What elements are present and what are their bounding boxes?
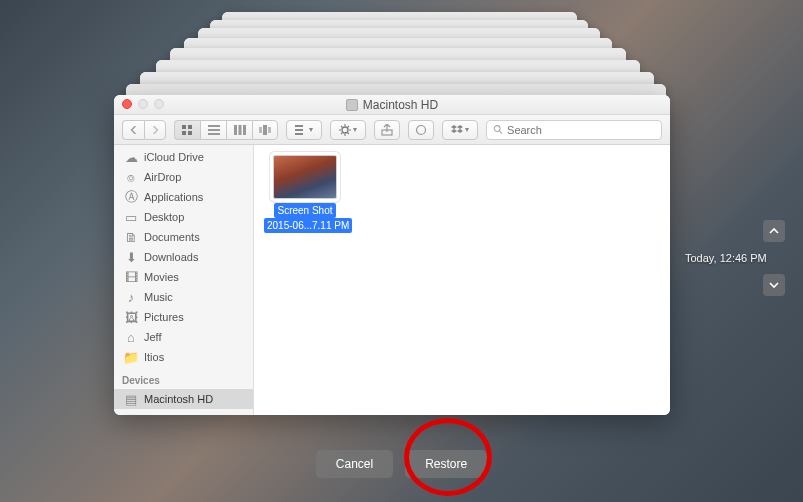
- desktop-icon: ▭: [124, 210, 138, 224]
- sidebar-item-airdrop[interactable]: ⌾AirDrop: [114, 167, 253, 187]
- chevron-down-icon: [769, 280, 779, 290]
- svg-point-18: [417, 125, 426, 134]
- tag-icon: [415, 124, 427, 136]
- toolbar: ▾ ▾ ▾: [114, 115, 670, 145]
- coverflow-view-button[interactable]: [252, 120, 278, 140]
- arrange-button[interactable]: ▾: [286, 120, 322, 140]
- sidebar-devices-header: Devices: [114, 371, 253, 389]
- grid-icon: [182, 125, 194, 135]
- cancel-button[interactable]: Cancel: [316, 450, 393, 478]
- sidebar-item-label: Applications: [144, 191, 203, 203]
- file-name-line2: 2015-06...7.11 PM: [264, 218, 352, 233]
- svg-rect-6: [208, 133, 220, 135]
- sidebar-item-itios[interactable]: 📁Itios: [114, 347, 253, 367]
- sidebar-item-music[interactable]: ♪Music: [114, 287, 253, 307]
- sidebar-item-icloud[interactable]: ☁iCloud Drive: [114, 147, 253, 167]
- download-icon: ⬇: [124, 250, 138, 264]
- sidebar-item-label: Pictures: [144, 311, 184, 323]
- sidebar-item-macintosh-hd[interactable]: ▤Macintosh HD: [114, 389, 253, 409]
- titlebar[interactable]: Macintosh HD: [114, 95, 670, 115]
- action-button[interactable]: ▾: [330, 120, 366, 140]
- svg-rect-15: [295, 133, 303, 135]
- home-icon: ⌂: [124, 330, 138, 344]
- column-view-button[interactable]: [226, 120, 252, 140]
- sidebar-item-label: iCloud Drive: [144, 151, 204, 163]
- sidebar-item-label: Jeff's MacBook Pr...: [144, 413, 241, 415]
- file-thumbnail: [273, 155, 337, 199]
- button-bar: Cancel Restore: [0, 450, 803, 478]
- finder-window: Macintosh HD: [114, 95, 670, 415]
- airdrop-icon: ⌾: [124, 170, 138, 184]
- svg-rect-2: [182, 131, 186, 135]
- tags-button[interactable]: [408, 120, 434, 140]
- disk-icon: [346, 99, 358, 111]
- restore-button[interactable]: Restore: [405, 450, 487, 478]
- timeline-next-button[interactable]: [763, 274, 785, 296]
- close-icon[interactable]: [122, 99, 132, 109]
- svg-line-20: [499, 131, 502, 134]
- timeline: Today, 12:46 PM: [685, 220, 785, 296]
- back-button[interactable]: [122, 120, 144, 140]
- sidebar-item-label: Documents: [144, 231, 200, 243]
- chevron-down-icon: ▾: [465, 125, 469, 134]
- search-icon: [493, 124, 503, 135]
- gear-icon: [339, 124, 351, 136]
- window-title: Macintosh HD: [346, 98, 438, 112]
- sidebar: ☁iCloud Drive ⌾AirDrop ⒶApplications ▭De…: [114, 145, 254, 415]
- dropbox-button[interactable]: ▾: [442, 120, 478, 140]
- svg-rect-0: [182, 125, 186, 129]
- svg-rect-11: [263, 125, 267, 135]
- svg-rect-1: [188, 125, 192, 129]
- file-name-line1: Screen Shot: [274, 203, 335, 218]
- list-view-button[interactable]: [200, 120, 226, 140]
- sidebar-item-label: Music: [144, 291, 173, 303]
- sidebar-item-jeff[interactable]: ⌂Jeff: [114, 327, 253, 347]
- movie-icon: 🎞: [124, 270, 138, 284]
- sidebar-item-label: Downloads: [144, 251, 198, 263]
- chevron-down-icon: ▾: [353, 125, 357, 134]
- search-field[interactable]: [486, 120, 662, 140]
- svg-point-19: [494, 126, 500, 132]
- coverflow-icon: [259, 125, 271, 135]
- file-grid[interactable]: Screen Shot 2015-06...7.11 PM: [254, 145, 670, 415]
- music-icon: ♪: [124, 290, 138, 304]
- cloud-icon: ☁: [124, 150, 138, 164]
- icon-view-button[interactable]: [174, 120, 200, 140]
- sidebar-item-pictures[interactable]: 🖼Pictures: [114, 307, 253, 327]
- sidebar-item-label: Desktop: [144, 211, 184, 223]
- share-icon: [381, 124, 393, 136]
- apps-icon: Ⓐ: [124, 190, 138, 204]
- search-input[interactable]: [507, 124, 655, 136]
- svg-rect-4: [208, 125, 220, 127]
- svg-rect-13: [295, 125, 303, 127]
- sidebar-item-applications[interactable]: ⒶApplications: [114, 187, 253, 207]
- svg-rect-12: [268, 127, 271, 133]
- sidebar-item-movies[interactable]: 🎞Movies: [114, 267, 253, 287]
- arrange-icon: [295, 125, 307, 135]
- sidebar-item-label: AirDrop: [144, 171, 181, 183]
- svg-rect-9: [243, 125, 246, 135]
- sidebar-item-label: Jeff: [144, 331, 162, 343]
- timeline-prev-button[interactable]: [763, 220, 785, 242]
- folder-icon: 📁: [124, 350, 138, 364]
- minimize-icon[interactable]: [138, 99, 148, 109]
- svg-point-16: [342, 127, 348, 133]
- sidebar-item-downloads[interactable]: ⬇Downloads: [114, 247, 253, 267]
- file-item[interactable]: Screen Shot 2015-06...7.11 PM: [264, 155, 346, 233]
- svg-rect-14: [295, 129, 303, 131]
- chevron-up-icon: [769, 226, 779, 236]
- forward-button[interactable]: [144, 120, 166, 140]
- svg-rect-8: [238, 125, 241, 135]
- sidebar-item-macbook[interactable]: 💻Jeff's MacBook Pr...: [114, 409, 253, 415]
- laptop-icon: 💻: [124, 412, 138, 415]
- share-button[interactable]: [374, 120, 400, 140]
- maximize-icon[interactable]: [154, 99, 164, 109]
- sidebar-item-documents[interactable]: 🗎Documents: [114, 227, 253, 247]
- sidebar-item-label: Macintosh HD: [144, 393, 213, 405]
- svg-rect-3: [188, 131, 192, 135]
- window-controls: [122, 99, 164, 109]
- chevron-right-icon: [151, 126, 159, 134]
- sidebar-item-desktop[interactable]: ▭Desktop: [114, 207, 253, 227]
- view-mode-segment: [174, 120, 278, 140]
- list-icon: [208, 125, 220, 135]
